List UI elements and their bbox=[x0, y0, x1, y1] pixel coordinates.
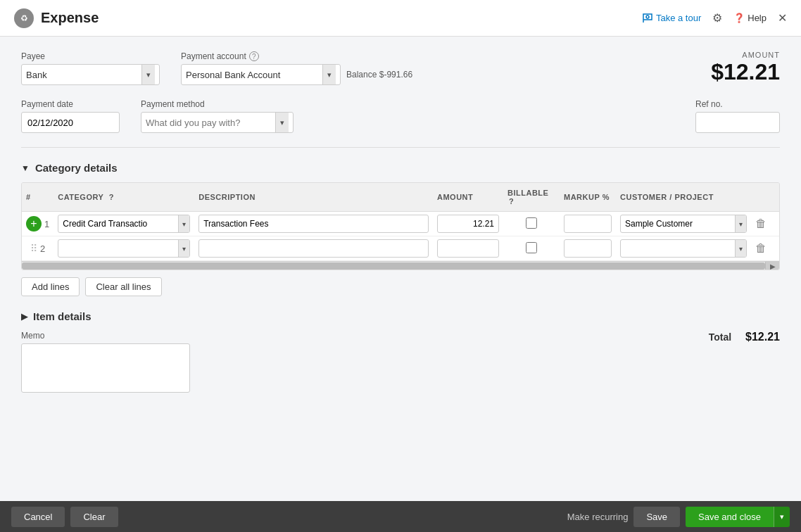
billable2-checkbox[interactable] bbox=[526, 242, 537, 253]
close-icon[interactable]: ✕ bbox=[778, 11, 787, 25]
row-amount-cell bbox=[433, 212, 503, 236]
page-title: Expense bbox=[41, 10, 99, 26]
table-actions: Add lines Clear all lines bbox=[21, 277, 780, 296]
row-number: 2 bbox=[40, 243, 45, 254]
category-section-title: Category details bbox=[35, 162, 118, 174]
date-method-row: Payment date Payment method ▾ Ref no. bbox=[21, 99, 780, 133]
payee-select-wrapper: ▾ bbox=[21, 64, 160, 85]
payment-method-dropdown-button[interactable]: ▾ bbox=[275, 113, 289, 132]
customer2-dropdown-button[interactable]: ▾ bbox=[735, 240, 746, 257]
form-area: Payee ▾ Payment account ? ▾ Balance $-99… bbox=[0, 37, 801, 407]
payment-method-group: Payment method ▾ bbox=[141, 99, 294, 133]
footer: Cancel Clear Make recurring Save Save an… bbox=[0, 501, 801, 532]
amount-input[interactable] bbox=[437, 215, 499, 233]
col-header-amount: AMOUNT bbox=[433, 183, 503, 212]
payment-account-label: Payment account ? bbox=[181, 51, 412, 61]
customer-input[interactable] bbox=[621, 219, 735, 229]
category-details-header[interactable]: ▼ Category details bbox=[21, 162, 780, 174]
add-row-button[interactable]: + bbox=[26, 216, 42, 232]
category-select-wrapper: ▾ bbox=[58, 215, 190, 233]
save-button[interactable]: Save bbox=[633, 507, 680, 527]
category-help-icon[interactable]: ? bbox=[109, 193, 114, 201]
amount-section: AMOUNT $12.21 bbox=[711, 51, 780, 85]
category2-input[interactable] bbox=[58, 243, 178, 253]
row-billable-cell bbox=[503, 212, 560, 236]
col-header-description: DESCRIPTION bbox=[194, 183, 433, 212]
payee-input[interactable] bbox=[26, 70, 139, 80]
billable-help-icon[interactable]: ? bbox=[509, 197, 514, 205]
settings-icon[interactable]: ⚙ bbox=[712, 11, 722, 25]
row-category-cell: ▾ bbox=[53, 212, 194, 236]
memo-textarea[interactable] bbox=[21, 343, 190, 393]
row-customer-cell: ▾ bbox=[616, 212, 751, 236]
row-add-cell: + 1 bbox=[22, 212, 53, 236]
save-and-close-button[interactable]: Save and close bbox=[686, 507, 774, 527]
customer-dropdown-button[interactable]: ▾ bbox=[735, 215, 746, 232]
svg-point-0 bbox=[646, 15, 649, 18]
payment-date-group: Payment date bbox=[21, 99, 120, 133]
payment-account-group: Payment account ? ▾ Balance $-991.66 bbox=[181, 51, 412, 85]
payment-account-input[interactable] bbox=[186, 70, 320, 80]
payment-method-input[interactable] bbox=[146, 118, 272, 128]
category-input[interactable] bbox=[58, 219, 178, 229]
payment-method-label: Payment method bbox=[141, 99, 294, 109]
payment-account-help-icon[interactable]: ? bbox=[249, 51, 259, 61]
category-table-container: # CATEGORY ? DESCRIPTION AMOUNT BILLABLE… bbox=[21, 182, 780, 270]
header-actions: Take a tour ⚙ ❓ Help ✕ bbox=[642, 11, 787, 25]
payment-account-select-wrapper: ▾ bbox=[181, 64, 341, 85]
delete-row-button[interactable]: 🗑 bbox=[755, 217, 767, 230]
payment-method-select-wrapper: ▾ bbox=[141, 112, 294, 133]
payee-label: Payee bbox=[21, 51, 160, 61]
col-header-num: # bbox=[22, 183, 53, 212]
billable-checkbox[interactable] bbox=[526, 217, 537, 229]
cancel-button[interactable]: Cancel bbox=[11, 507, 65, 527]
payment-account-dropdown-button[interactable]: ▾ bbox=[322, 65, 336, 84]
customer2-select-wrapper: ▾ bbox=[620, 239, 747, 258]
ref-no-input[interactable] bbox=[695, 112, 780, 133]
description-input[interactable] bbox=[198, 215, 429, 233]
category-collapse-icon: ▼ bbox=[21, 163, 30, 173]
scrollbar-thumb bbox=[22, 262, 765, 270]
clear-all-lines-button[interactable]: Clear all lines bbox=[85, 277, 161, 296]
markup-input[interactable] bbox=[564, 215, 612, 233]
row2-customer-cell: ▾ bbox=[616, 236, 751, 261]
row2-markup-cell bbox=[560, 236, 616, 261]
clear-button[interactable]: Clear bbox=[70, 507, 118, 527]
table-scrollbar[interactable]: ▶ bbox=[22, 261, 779, 270]
row-delete-cell: 🗑 bbox=[751, 212, 779, 236]
row2-description-cell bbox=[194, 236, 433, 261]
drag-handle-icon[interactable]: ⠿ bbox=[30, 243, 37, 254]
table-row: ⠿ 2 ▾ bbox=[22, 236, 779, 261]
payee-group: Payee ▾ bbox=[21, 51, 160, 85]
total-section: Total $12.21 bbox=[709, 331, 780, 343]
take-a-tour-button[interactable]: Take a tour bbox=[642, 13, 701, 23]
customer-select-wrapper: ▾ bbox=[620, 215, 747, 233]
row2-amount-cell bbox=[433, 236, 503, 261]
item-collapse-icon: ▶ bbox=[21, 312, 27, 322]
ref-no-label: Ref no. bbox=[695, 99, 780, 109]
scrollbar-right-arrow[interactable]: ▶ bbox=[765, 262, 779, 270]
delete-row2-button[interactable]: 🗑 bbox=[755, 242, 767, 255]
row-markup-cell bbox=[560, 212, 616, 236]
category2-dropdown-button[interactable]: ▾ bbox=[178, 240, 189, 257]
add-lines-button[interactable]: Add lines bbox=[21, 277, 80, 296]
help-button[interactable]: ❓ Help bbox=[733, 13, 767, 23]
col-header-category: CATEGORY ? bbox=[53, 183, 194, 212]
help-circle-icon: ❓ bbox=[733, 13, 745, 23]
make-recurring-button[interactable]: Make recurring bbox=[567, 512, 629, 522]
markup2-input[interactable] bbox=[564, 239, 612, 258]
memo-label: Memo bbox=[21, 331, 190, 341]
divider bbox=[21, 147, 780, 148]
row-description-cell bbox=[194, 212, 433, 236]
category-dropdown-button[interactable]: ▾ bbox=[178, 215, 189, 232]
col-header-billable: BILLABLE ? bbox=[503, 183, 560, 212]
item-details-header[interactable]: ▶ Item details bbox=[21, 310, 780, 322]
row2-category-cell: ▾ bbox=[53, 236, 194, 261]
payment-date-input[interactable] bbox=[21, 112, 120, 133]
amount2-input[interactable] bbox=[437, 239, 499, 258]
save-close-dropdown-button[interactable]: ▾ bbox=[774, 507, 790, 527]
payee-dropdown-button[interactable]: ▾ bbox=[141, 65, 155, 84]
description2-input[interactable] bbox=[198, 239, 429, 258]
customer2-input[interactable] bbox=[621, 243, 735, 253]
total-label: Total bbox=[709, 331, 731, 343]
